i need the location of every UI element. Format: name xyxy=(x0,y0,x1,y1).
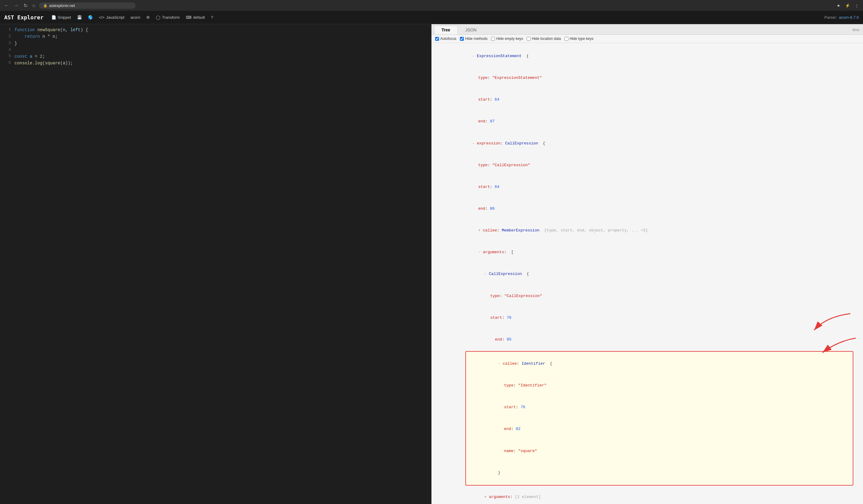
highlight-end-line: end: 82 xyxy=(468,418,850,440)
tree-node-call-expression[interactable]: - expression: CallExpression { xyxy=(435,133,859,154)
code-line-1: 1 function newSquare(n, left) { xyxy=(0,27,431,33)
main-layout: 1 function newSquare(n, left) { 2 return… xyxy=(0,24,863,504)
highlight-type-line: type: "Identifier" xyxy=(468,375,850,396)
line-number-4: 4 xyxy=(2,47,11,53)
browser-chrome: ← → ↻ ⌂ 🔒 astexplorer.net ★ ⚡ ⋮ xyxy=(0,0,863,11)
parser-info-label: Parser: xyxy=(824,15,837,20)
highlight-close: } xyxy=(468,462,850,484)
url-text: astexplorer.net xyxy=(49,3,75,8)
tree-node-arguments[interactable]: - arguments: [ xyxy=(435,241,859,263)
hide-methods-option[interactable]: Hide methods xyxy=(460,37,487,41)
hide-type-keys-label: Hide type keys xyxy=(570,37,593,41)
snippet-icon: 📄 xyxy=(51,15,56,20)
forward-button[interactable]: → xyxy=(13,2,20,9)
tree-node-inner-call-expr[interactable]: - CallExpression { xyxy=(435,263,859,285)
hide-location-label: Hide location data xyxy=(532,37,561,41)
collapse-icon[interactable]: - xyxy=(472,54,477,58)
extensions-icon[interactable]: ⚡ xyxy=(844,2,851,9)
tree-node-inner-arguments-collapsed[interactable]: + arguments: [1 element] xyxy=(435,486,859,504)
code-content-1: function newSquare(n, left) { xyxy=(14,27,88,33)
help-button[interactable]: ? xyxy=(208,14,216,21)
code-line-2: 2 return n * n; xyxy=(0,33,431,40)
line-number-5: 5 xyxy=(2,53,11,60)
tree-prop-ce-start: start: 64 xyxy=(435,176,859,198)
parser-button[interactable]: acorn xyxy=(127,14,143,21)
refresh-button[interactable]: ↻ xyxy=(22,2,29,9)
transform-icon: ◯ xyxy=(156,15,161,20)
autofocus-label: Autofocus xyxy=(440,37,456,41)
collapse-call-expr-icon[interactable]: - xyxy=(472,141,477,146)
transform-label: Transform xyxy=(162,15,180,20)
tree-node-expression-statement[interactable]: - ExpressionStatement { xyxy=(435,45,859,67)
hide-empty-keys-option[interactable]: Hide empty keys xyxy=(491,37,523,41)
tree-prop-es-end: end: 87 xyxy=(435,111,859,133)
tree-prop-es-start: start: 64 xyxy=(435,89,859,111)
share-button[interactable]: 🌎 xyxy=(85,14,96,21)
menu-icon[interactable]: ⋮ xyxy=(853,2,860,9)
tree-node-member-expr-collapsed[interactable]: + callee: MemberExpression {type, start,… xyxy=(435,220,859,241)
settings-icon: ⚙ xyxy=(146,15,150,20)
browser-icons: ★ ⚡ ⋮ xyxy=(835,2,860,9)
tree-prop-ice-start: start: 76 xyxy=(435,307,859,329)
tab-json[interactable]: JSON xyxy=(458,25,484,35)
line-number-3: 3 xyxy=(2,40,11,47)
editor-pane[interactable]: 1 function newSquare(n, left) { 2 return… xyxy=(0,24,432,504)
hide-location-checkbox[interactable] xyxy=(527,37,530,41)
line-number-6: 6 xyxy=(2,60,11,66)
code-line-6: 6 console.log(square(a)); xyxy=(0,60,431,66)
code-content-3: } xyxy=(14,40,17,47)
parser-label: acorn xyxy=(130,15,140,20)
hide-type-keys-checkbox[interactable] xyxy=(564,37,568,41)
save-icon: 💾 xyxy=(77,15,82,20)
highlight-callee-line[interactable]: - callee: Identifier { xyxy=(468,353,850,375)
app-title: AST Explorer xyxy=(4,14,43,21)
keyboard-button[interactable]: ⌨ default xyxy=(183,14,208,21)
parser-version-link[interactable]: acorn-8.7.0 xyxy=(839,15,859,20)
help-label: ? xyxy=(211,15,213,20)
tree-prop-ce-type: type: "CallExpression" xyxy=(435,154,859,176)
code-content-6: console.log(square(a)); xyxy=(14,60,73,66)
transform-toggle-button[interactable]: ◯ Transform xyxy=(153,14,183,21)
timing-display: 6ms xyxy=(849,26,863,34)
tab-tree[interactable]: Tree xyxy=(434,25,458,35)
code-content-2: return n * n; xyxy=(14,33,58,40)
share-icon: 🌎 xyxy=(88,15,93,20)
ast-pane: Tree JSON 6ms Autofocus Hide methods Hid… xyxy=(432,24,863,504)
expression-statement-type: ExpressionStatement xyxy=(477,54,522,58)
options-bar: Autofocus Hide methods Hide empty keys H… xyxy=(432,35,863,43)
hide-methods-checkbox[interactable] xyxy=(460,37,464,41)
header-right: Parser: acorn-8.7.0 xyxy=(824,15,859,20)
line-number-2: 2 xyxy=(2,33,11,40)
hide-empty-keys-label: Hide empty keys xyxy=(496,37,523,41)
bookmark-icon[interactable]: ★ xyxy=(835,2,842,9)
parser-settings-button[interactable]: ⚙ xyxy=(143,14,153,21)
language-button[interactable]: </> JavaScript xyxy=(96,14,127,21)
hide-type-keys-option[interactable]: Hide type keys xyxy=(564,37,593,41)
tree-content[interactable]: - ExpressionStatement { type: "Expressio… xyxy=(432,43,863,504)
lock-icon: 🔒 xyxy=(43,4,48,8)
autofocus-checkbox[interactable] xyxy=(435,37,439,41)
tree-prop-es-type: type: "ExpressionStatement" xyxy=(435,67,859,89)
app-header: AST Explorer 📄 Snippet 💾 🌎 </> JavaScrip… xyxy=(0,11,863,24)
ast-tabs: Tree JSON 6ms xyxy=(432,24,863,35)
back-button[interactable]: ← xyxy=(3,2,10,9)
hide-location-option[interactable]: Hide location data xyxy=(527,37,561,41)
snippet-button[interactable]: 📄 Snippet xyxy=(48,14,74,21)
code-line-5: 5 const a = 2; xyxy=(0,53,431,60)
language-label: JavaScript xyxy=(106,15,125,20)
default-label: default xyxy=(193,15,205,20)
snippet-label: Snippet xyxy=(58,15,71,20)
autofocus-option[interactable]: Autofocus xyxy=(435,37,456,41)
highlight-name-line: name: "square" xyxy=(468,440,850,462)
home-button[interactable]: ⌂ xyxy=(31,2,37,9)
arrow1-container: end: 85 xyxy=(435,329,859,351)
code-line-4: 4 xyxy=(0,47,431,53)
tree-prop-ice-end: end: 85 xyxy=(435,329,859,351)
code-content-5: const a = 2; xyxy=(14,53,45,60)
hide-methods-label: Hide methods xyxy=(465,37,487,41)
highlight-box: - callee: Identifier { type: "Identifier… xyxy=(465,351,853,486)
save-button[interactable]: 💾 xyxy=(74,14,85,21)
address-bar[interactable]: 🔒 astexplorer.net xyxy=(39,2,136,9)
code-line-3: 3 } xyxy=(0,40,431,47)
hide-empty-keys-checkbox[interactable] xyxy=(491,37,495,41)
